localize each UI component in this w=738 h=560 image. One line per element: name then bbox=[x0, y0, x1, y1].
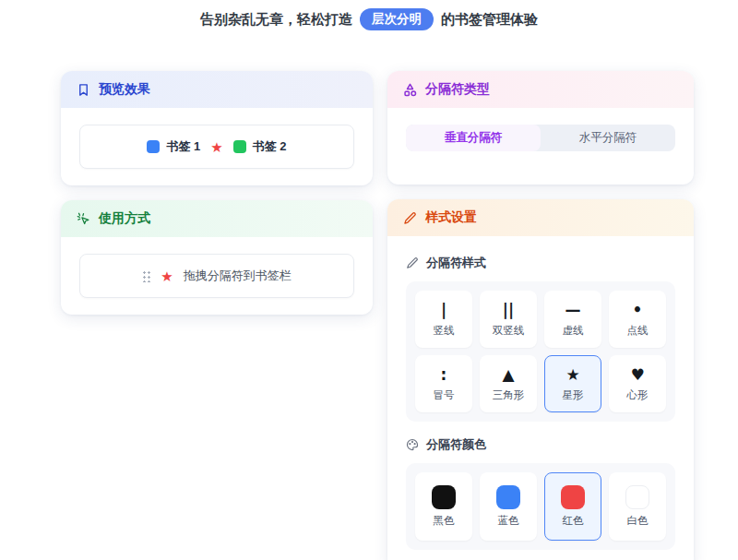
draggable-separator[interactable]: ★ 拖拽分隔符到书签栏 bbox=[79, 254, 354, 298]
bookmark-favicon bbox=[233, 140, 246, 153]
right-column: 分隔符类型 垂直分隔符 水平分隔符 样式设置 bbox=[387, 71, 694, 560]
palette-icon bbox=[406, 438, 419, 451]
separator-style-subheader: 分隔符样式 bbox=[406, 255, 675, 271]
style-option-triangle[interactable]: ▲ 三角形 bbox=[480, 355, 537, 412]
style-symbol: ♥ bbox=[630, 365, 644, 384]
color-label: 蓝色 bbox=[498, 514, 519, 528]
style-option-heart[interactable]: ♥ 心形 bbox=[609, 355, 666, 412]
bookmark-icon bbox=[77, 83, 90, 97]
style-symbol: | bbox=[441, 301, 446, 319]
style-label: 虚线 bbox=[563, 324, 584, 338]
separator-type-header: 分隔符类型 bbox=[387, 71, 694, 108]
drag-hint-text: 拖拽分隔符到书签栏 bbox=[184, 268, 292, 284]
separator-color-grid: 黑色 蓝色 红色 白色 bbox=[406, 463, 675, 550]
preview-card-header: 预览效果 bbox=[61, 71, 373, 108]
style-label: 冒号 bbox=[434, 388, 455, 402]
style-label: 星形 bbox=[563, 388, 584, 402]
style-label: 点线 bbox=[627, 324, 649, 338]
style-option-dash[interactable]: — 虚线 bbox=[544, 291, 601, 348]
color-swatch bbox=[432, 485, 456, 509]
bookmark-item: 书签 2 bbox=[233, 138, 287, 155]
style-option-colon[interactable]: : 冒号 bbox=[415, 355, 472, 412]
tab-horizontal-separator[interactable]: 水平分隔符 bbox=[541, 125, 675, 151]
usage-card: 使用方式 ★ 拖拽分隔符到书签栏 bbox=[61, 200, 373, 315]
bookmark-bar-preview: 书签 1 ★ 书签 2 bbox=[79, 125, 354, 169]
usage-card-title: 使用方式 bbox=[99, 210, 150, 227]
main-layout: 预览效果 书签 1 ★ 书签 2 bbox=[61, 71, 694, 560]
style-symbol: ▲ bbox=[502, 365, 514, 384]
bookmark-label: 书签 2 bbox=[253, 138, 287, 155]
bookmark-item: 书签 1 bbox=[147, 138, 200, 155]
bookmark-label: 书签 1 bbox=[166, 138, 200, 155]
headline: 告别杂乱无章，轻松打造 层次分明 的书签管理体验 bbox=[0, 8, 738, 30]
style-settings-header: 样式设置 bbox=[387, 199, 694, 236]
style-option-dot[interactable]: • 点线 bbox=[609, 291, 666, 348]
style-label: 三角形 bbox=[493, 388, 525, 402]
color-option-red[interactable]: 红色 bbox=[544, 472, 601, 541]
style-label: 双竖线 bbox=[493, 324, 525, 338]
color-option-white[interactable]: 白色 bbox=[609, 472, 666, 541]
separator-color-title: 分隔符颜色 bbox=[426, 436, 486, 453]
style-symbol: ★ bbox=[565, 365, 579, 384]
usage-card-body: ★ 拖拽分隔符到书签栏 bbox=[61, 237, 373, 315]
style-label: 竖线 bbox=[434, 324, 455, 338]
color-label: 红色 bbox=[563, 514, 584, 528]
headline-badge: 层次分明 bbox=[360, 8, 434, 30]
style-settings-body: 分隔符样式 | 竖线 || 双竖线 — 虚线 bbox=[387, 236, 694, 560]
headline-post: 的书签管理体验 bbox=[441, 11, 538, 29]
separator-style-grid: | 竖线 || 双竖线 — 虚线 • 点线 bbox=[406, 281, 675, 422]
separator-color-subheader: 分隔符颜色 bbox=[406, 436, 675, 453]
style-settings-card: 样式设置 分隔符样式 | 竖线 || 双竖线 bbox=[387, 199, 694, 560]
style-symbol: : bbox=[441, 365, 447, 384]
separator-star-icon: ★ bbox=[161, 269, 173, 283]
separator-type-tabs: 垂直分隔符 水平分隔符 bbox=[406, 125, 675, 151]
paintbrush-icon bbox=[403, 211, 417, 225]
tab-vertical-separator[interactable]: 垂直分隔符 bbox=[406, 125, 541, 151]
separator-type-title: 分隔符类型 bbox=[425, 81, 490, 98]
color-option-blue[interactable]: 蓝色 bbox=[480, 472, 537, 541]
style-symbol: • bbox=[633, 301, 643, 319]
style-settings-title: 样式设置 bbox=[425, 209, 477, 226]
color-label: 白色 bbox=[627, 514, 649, 528]
usage-card-header: 使用方式 bbox=[61, 200, 373, 237]
style-label: 心形 bbox=[627, 388, 649, 402]
separator-type-card: 分隔符类型 垂直分隔符 水平分隔符 bbox=[387, 71, 694, 185]
shapes-icon bbox=[403, 83, 417, 97]
separator-type-body: 垂直分隔符 水平分隔符 bbox=[387, 108, 694, 185]
style-symbol: — bbox=[565, 301, 581, 319]
preview-card-body: 书签 1 ★ 书签 2 bbox=[61, 108, 373, 185]
headline-pre: 告别杂乱无章，轻松打造 bbox=[200, 11, 352, 29]
separator-style-title: 分隔符样式 bbox=[426, 255, 486, 271]
separator-star-icon: ★ bbox=[210, 140, 222, 154]
style-symbol: || bbox=[503, 301, 514, 319]
style-option-double-line[interactable]: || 双竖线 bbox=[480, 291, 537, 348]
left-column: 预览效果 书签 1 ★ 书签 2 bbox=[61, 71, 373, 315]
preview-card: 预览效果 书签 1 ★ 书签 2 bbox=[61, 71, 373, 185]
color-option-black[interactable]: 黑色 bbox=[415, 472, 472, 541]
color-swatch bbox=[496, 485, 520, 509]
bookmark-favicon bbox=[147, 140, 160, 153]
cursor-click-icon bbox=[77, 212, 90, 226]
color-label: 黑色 bbox=[434, 514, 455, 528]
pen-icon bbox=[406, 256, 419, 269]
color-swatch bbox=[561, 485, 585, 509]
preview-card-title: 预览效果 bbox=[99, 81, 150, 98]
style-option-vertical-line[interactable]: | 竖线 bbox=[415, 291, 472, 348]
color-swatch bbox=[625, 485, 649, 509]
style-option-star[interactable]: ★ 星形 bbox=[544, 355, 601, 412]
drag-handle-icon[interactable] bbox=[142, 269, 150, 282]
